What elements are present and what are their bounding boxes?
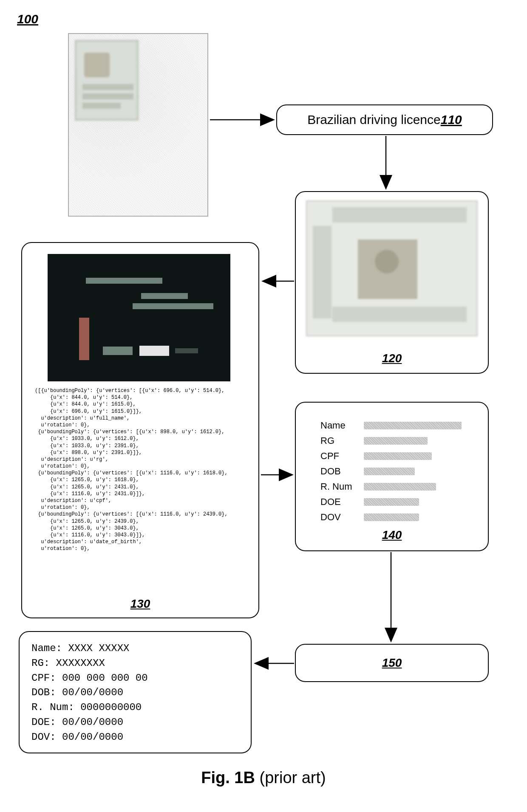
field-label: RG [320, 435, 364, 446]
box-140: NameRGCPFDOBR. NumDOEDOV 140 [295, 402, 489, 551]
field-row: RG [320, 433, 475, 448]
cropped-id-image [306, 200, 478, 336]
box-130: ([{u'boundingPoly': {u'vertices': [{u'x'… [21, 242, 259, 618]
field-row: CPF [320, 448, 475, 464]
box-150: 150 [295, 644, 489, 682]
field-value-redacted [364, 468, 415, 475]
field-value-redacted [364, 422, 462, 429]
field-row: Name [320, 418, 475, 433]
field-value-redacted [364, 437, 428, 445]
field-label: DOE [320, 496, 364, 508]
field-value-redacted [364, 513, 419, 521]
field-label: DOB [320, 466, 364, 477]
field-value-redacted [364, 498, 419, 506]
field-label: R. Num [320, 481, 364, 492]
field-row: DOB [320, 464, 475, 479]
field-detection-image [48, 254, 230, 381]
field-row: DOV [320, 510, 475, 525]
box-110: Brazilian driving licence 110 [276, 104, 493, 135]
box-120: 120 [295, 191, 489, 374]
output-text-box: Name: XXXX XXXXX RG: XXXXXXXX CPF: 000 0… [19, 631, 252, 753]
box-140-ref: 140 [382, 528, 402, 541]
field-label: CPF [320, 451, 364, 462]
box-110-text: Brazilian driving licence [307, 113, 440, 127]
box-120-ref: 120 [382, 352, 402, 365]
field-label: Name [320, 420, 364, 431]
field-label: DOV [320, 512, 364, 523]
figure-ref-100: 100 [17, 12, 38, 26]
box-150-ref: 150 [382, 656, 402, 669]
bounding-poly-json: ([{u'boundingPoly': {u'vertices': [{u'x'… [35, 387, 250, 553]
field-value-redacted [364, 483, 436, 491]
field-row: R. Num [320, 479, 475, 494]
input-document-image [68, 33, 208, 217]
field-row: DOE [320, 494, 475, 510]
box-110-ref: 110 [441, 113, 462, 127]
field-value-redacted [364, 452, 432, 460]
box-130-ref: 130 [130, 597, 150, 610]
figure-caption: Fig. 1B (prior art) [0, 769, 527, 787]
